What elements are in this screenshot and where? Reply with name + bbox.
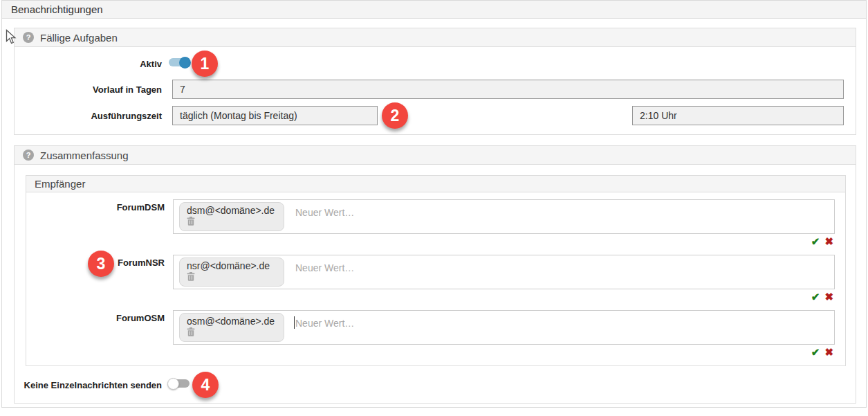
lead-days-input[interactable]: 7: [172, 80, 844, 99]
recipients-fieldset: Empfänger ForumDSM dsm@<domäne>.de Neuer…: [26, 175, 846, 366]
help-icon[interactable]: ?: [23, 150, 34, 161]
section-summary-title: Zusammenfassung: [40, 150, 129, 161]
annotation-badge-3: 3: [88, 251, 114, 277]
section-summary: ? Zusammenfassung Empfänger ForumDSM dsm…: [14, 145, 856, 404]
active-toggle[interactable]: [169, 58, 190, 66]
email-chip-text: osm@<domäne>.de: [187, 316, 275, 327]
confirm-check-icon[interactable]: ✔: [811, 291, 820, 302]
help-icon[interactable]: ?: [23, 32, 34, 43]
trash-icon[interactable]: [187, 217, 277, 228]
email-chip-text: dsm@<domäne>.de: [187, 205, 275, 216]
lead-days-label: Vorlauf in Tagen: [15, 84, 162, 95]
active-label: Aktiv: [15, 59, 162, 69]
active-toggle-knob: [179, 57, 191, 69]
text-caret: [294, 316, 295, 329]
no-single-messages-toggle-knob: [167, 378, 179, 390]
section-due-tasks: ? Fällige Aufgaben Aktiv 1 Vorlauf in Ta…: [14, 28, 856, 135]
cancel-cross-icon[interactable]: ✖: [824, 291, 833, 302]
execution-clock-input[interactable]: 2:10 Uhr: [632, 106, 844, 125]
recipient-taglist-forumdsm[interactable]: dsm@<domäne>.de Neuer Wert…: [173, 199, 835, 234]
no-single-messages-label: Keine Einzelnachrichten senden: [15, 380, 162, 390]
recipients-title: Empfänger: [26, 176, 845, 192]
mouse-cursor-icon: [6, 29, 17, 45]
cancel-cross-icon[interactable]: ✖: [824, 235, 833, 247]
trash-icon[interactable]: [187, 272, 277, 283]
no-single-messages-toggle[interactable]: [169, 379, 190, 388]
confirm-row: ✔✖: [173, 291, 835, 305]
annotation-badge-1: 1: [192, 51, 218, 77]
new-value-placeholder: Neuer Wert…: [295, 262, 354, 273]
new-value-placeholder: Neuer Wert…: [295, 318, 354, 329]
confirm-row: ✔✖: [173, 346, 835, 360]
trash-icon[interactable]: [187, 327, 277, 338]
settings-page: Benachrichtigungen ? Fällige Aufgaben Ak…: [1, 0, 867, 408]
email-chip[interactable]: dsm@<domäne>.de: [179, 202, 284, 231]
section-due-tasks-title: Fällige Aufgaben: [40, 32, 118, 44]
annotation-badge-4: 4: [192, 372, 219, 398]
email-chip[interactable]: nsr@<domäne>.de: [179, 257, 284, 287]
cancel-cross-icon[interactable]: ✖: [824, 346, 833, 358]
confirm-check-icon[interactable]: ✔: [811, 346, 820, 358]
recipient-label-forumosm: ForumOSM: [26, 313, 165, 323]
confirm-check-icon[interactable]: ✔: [811, 235, 820, 247]
recipient-taglist-forumosm[interactable]: osm@<domäne>.de Neuer Wert…: [173, 310, 835, 345]
confirm-row: ✔✖: [173, 235, 835, 249]
section-due-tasks-header: ? Fällige Aufgaben: [15, 28, 856, 47]
page-title: Benachrichtigungen: [2, 1, 866, 19]
email-chip-text: nsr@<domäne>.de: [187, 260, 270, 271]
recipient-label-forumdsm: ForumDSM: [26, 202, 165, 212]
execution-time-label: Ausführungszeit: [15, 111, 162, 121]
new-value-placeholder: Neuer Wert…: [295, 207, 354, 218]
section-summary-header: ? Zusammenfassung: [15, 146, 856, 165]
execution-schedule-select[interactable]: täglich (Montag bis Freitag): [172, 106, 378, 125]
recipient-taglist-forumnsr[interactable]: nsr@<domäne>.de Neuer Wert…: [173, 255, 835, 289]
annotation-badge-2: 2: [382, 102, 408, 129]
email-chip[interactable]: osm@<domäne>.de: [179, 313, 284, 342]
